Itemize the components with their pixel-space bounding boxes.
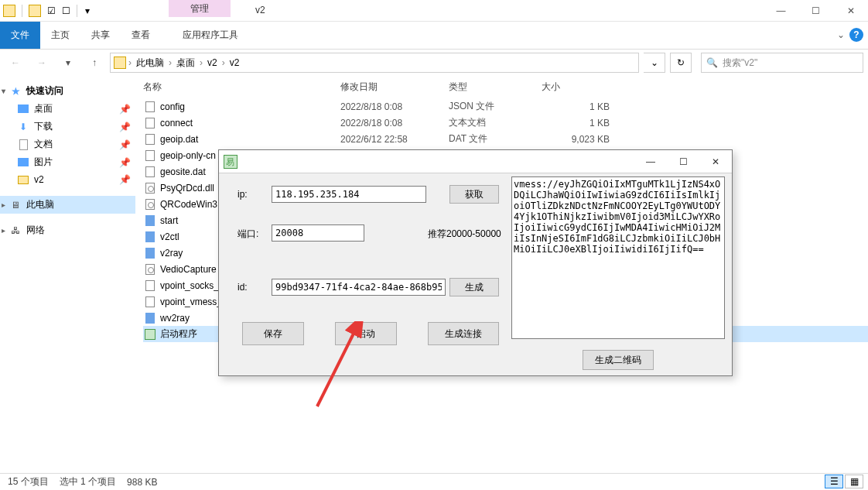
- help-icon[interactable]: ?: [849, 28, 863, 42]
- file-icon: [143, 231, 157, 243]
- file-date: 2022/8/18 0:08: [340, 101, 449, 112]
- maximize-button[interactable]: ☐: [798, 0, 833, 22]
- generate-button[interactable]: 生成: [449, 278, 499, 296]
- tab-view[interactable]: 查看: [121, 22, 161, 49]
- file-size: 1 KB: [542, 118, 619, 128]
- chevron-down-icon[interactable]: ▾: [84, 7, 91, 15]
- search-input[interactable]: 🔍 搜索"v2": [701, 53, 863, 73]
- file-name: v2ray: [160, 248, 183, 259]
- ribbon-collapse-icon[interactable]: ⌄: [837, 29, 845, 40]
- file-icon: [143, 198, 157, 211]
- file-name: connect: [160, 118, 193, 128]
- get-button[interactable]: 获取: [449, 185, 499, 204]
- folder-icon: [18, 176, 29, 184]
- dialog-titlebar[interactable]: — ☐ ✕: [219, 150, 732, 173]
- network-icon: 🖧: [9, 224, 22, 237]
- nav-quick-access[interactable]: ▾★快速访问: [0, 82, 135, 100]
- breadcrumb[interactable]: › 此电脑 › 桌面 › v2 › v2: [110, 53, 639, 73]
- folder-icon: [3, 5, 15, 17]
- back-button[interactable]: ←: [5, 52, 26, 74]
- file-name: geoip-only-cn: [160, 150, 216, 161]
- file-name: vpoint_socks_: [160, 280, 219, 291]
- folder-icon: [114, 57, 126, 69]
- refresh-button[interactable]: ↻: [670, 53, 692, 73]
- id-input[interactable]: [272, 279, 446, 296]
- nav-pictures[interactable]: 图片📌: [0, 153, 135, 171]
- file-type: 文本文档: [449, 116, 542, 129]
- context-tab-header: 管理: [169, 0, 231, 17]
- dialog-minimize-button[interactable]: —: [634, 150, 667, 173]
- col-name: 名称: [143, 81, 340, 94]
- nav-this-pc[interactable]: ▸🖥此电脑: [0, 196, 135, 214]
- generate-qr-button[interactable]: 生成二维码: [583, 350, 654, 370]
- file-row[interactable]: config2022/8/18 0:08JSON 文件1 KB: [143, 98, 868, 115]
- start-button[interactable]: 启动: [335, 322, 397, 345]
- nav-desktop[interactable]: 桌面📌: [0, 100, 135, 118]
- file-icon: [143, 214, 157, 227]
- view-thumbnails-button[interactable]: ▦: [845, 475, 863, 488]
- output-textarea[interactable]: vmess://eyJhZGQiOiIxMTguMTk1LjIzNS4xODQi…: [511, 176, 725, 339]
- tab-home[interactable]: 主页: [40, 22, 80, 49]
- file-icon: [143, 328, 157, 341]
- file-date: 2022/6/12 22:58: [340, 134, 449, 145]
- pin-icon: 📌: [119, 139, 131, 150]
- nav-network[interactable]: ▸🖧网络: [0, 221, 135, 239]
- launcher-dialog: — ☐ ✕ ip: 获取 端口: 推荐20000-50000 id: 生成 保存…: [218, 149, 733, 376]
- file-icon: [143, 263, 157, 276]
- column-headers[interactable]: 名称 修改日期 类型 大小: [135, 76, 868, 98]
- star-icon: ★: [9, 85, 22, 98]
- file-icon: [143, 279, 157, 292]
- address-dropdown[interactable]: ⌄: [644, 53, 665, 73]
- file-size: 1 KB: [542, 101, 619, 112]
- status-bar: 15 个项目 选中 1 个项目 988 KB: [0, 473, 868, 490]
- file-date: 2022/8/18 0:08: [340, 118, 449, 128]
- breadcrumb-item[interactable]: 此电脑: [132, 57, 169, 70]
- desktop-icon: [18, 105, 29, 113]
- file-name: geosite.dat: [160, 166, 206, 177]
- breadcrumb-item[interactable]: v2: [203, 57, 222, 68]
- file-icon: [143, 133, 157, 146]
- checkbox-icon[interactable]: ☐: [62, 5, 70, 16]
- file-row[interactable]: connect2022/8/18 0:08文本文档1 KB: [143, 115, 868, 131]
- generate-link-button[interactable]: 生成连接: [428, 322, 499, 345]
- pin-icon: 📌: [119, 157, 131, 168]
- port-input[interactable]: [272, 224, 364, 242]
- window-title-bar: ☑ ☐ ▾ 管理 v2 — ☐ ✕: [0, 0, 868, 22]
- file-name: PsyQrDcd.dll: [160, 183, 214, 194]
- file-name: start: [160, 215, 178, 226]
- col-type: 类型: [449, 81, 542, 94]
- file-icon: [143, 296, 157, 308]
- nav-v2[interactable]: v2📌: [0, 171, 135, 188]
- save-button[interactable]: 保存: [242, 322, 304, 345]
- document-icon: [19, 139, 28, 150]
- close-button[interactable]: ✕: [833, 0, 868, 22]
- view-details-button[interactable]: ☰: [825, 475, 843, 488]
- up-button[interactable]: ↑: [84, 52, 105, 74]
- pin-icon: 📌: [119, 174, 131, 185]
- dialog-maximize-button[interactable]: ☐: [667, 150, 699, 173]
- status-size: 988 KB: [127, 477, 157, 488]
- file-icon: [143, 312, 157, 324]
- app-icon: [224, 155, 238, 169]
- tab-file[interactable]: 文件: [0, 22, 40, 49]
- breadcrumb-item[interactable]: 桌面: [172, 57, 200, 70]
- nav-downloads[interactable]: ⬇下载📌: [0, 118, 135, 135]
- checkbox-icon[interactable]: ☑: [47, 5, 56, 16]
- tab-share[interactable]: 共享: [80, 22, 121, 49]
- status-item-count: 15 个项目: [8, 475, 49, 488]
- minimize-button[interactable]: —: [764, 0, 798, 22]
- file-icon: [143, 166, 157, 178]
- file-name: vpoint_vmess_: [160, 296, 222, 307]
- dialog-close-button[interactable]: ✕: [699, 150, 732, 173]
- breadcrumb-item[interactable]: v2: [225, 57, 244, 68]
- history-dropdown[interactable]: ▾: [57, 52, 79, 74]
- port-label: 端口:: [238, 228, 258, 241]
- nav-documents[interactable]: 文档📌: [0, 135, 135, 153]
- file-row[interactable]: geoip.dat2022/6/12 22:58DAT 文件9,023 KB: [143, 131, 868, 147]
- ip-input[interactable]: [272, 186, 426, 203]
- tab-app-tools[interactable]: 应用程序工具: [172, 22, 249, 49]
- file-type: JSON 文件: [449, 100, 542, 113]
- separator: [22, 5, 22, 17]
- forward-button[interactable]: →: [31, 52, 53, 74]
- file-name: v2ctl: [160, 231, 179, 242]
